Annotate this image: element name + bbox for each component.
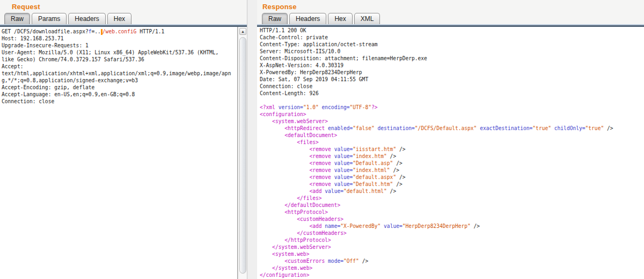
- code-segment: </defaultDocument>: [260, 202, 340, 208]
- code-line: Content-Length: 926: [260, 90, 644, 97]
- code-segment: "Default.asp": [353, 160, 393, 166]
- code-segment: Connection: close: [260, 83, 312, 89]
- code-line: Server: Microsoft-IIS/10.0: [260, 48, 644, 55]
- request-editor[interactable]: GET /DCFS/downloadfile.aspx?f=../web.con…: [0, 27, 238, 279]
- code-line: <httpProtocol>: [260, 209, 644, 216]
- code-line: Accept:: [2, 63, 237, 70]
- tab-params[interactable]: Params: [32, 13, 67, 24]
- code-segment: HTTP/1.1: [136, 28, 164, 34]
- code-segment: <configuration>: [260, 111, 306, 117]
- code-line: <remove value="default.aspx" />: [260, 174, 644, 181]
- code-line: Upgrade-Insecure-Requests: 1: [2, 42, 237, 49]
- code-segment: </httpProtocol>: [260, 237, 331, 243]
- code-line: <customErrors mode="Off" />: [260, 257, 644, 264]
- code-line: <remove value="Default.asp" />: [260, 160, 644, 167]
- code-segment: />: [396, 174, 405, 180]
- code-segment: enabled=: [328, 125, 353, 131]
- code-line: <?xml version="1.0" encoding="UTF-8"?>: [260, 104, 644, 111]
- code-segment: <files>: [260, 139, 319, 145]
- code-segment: HTTP/1.1 200 OK: [260, 27, 306, 33]
- code-segment: Host: 192.168.253.71: [2, 35, 64, 41]
- tab-raw[interactable]: Raw: [262, 13, 288, 24]
- code-segment: value=: [334, 146, 353, 152]
- code-segment: destination=: [378, 125, 415, 131]
- code-line: <customHeaders>: [260, 216, 644, 223]
- code-line: </files>: [260, 195, 644, 202]
- code-segment: "X-PoweredBy": [340, 223, 380, 229]
- code-segment: <remove: [260, 146, 331, 152]
- code-line: g,*/*;q=0.8,application/signed-exchange;…: [2, 77, 237, 84]
- code-segment: "false": [353, 125, 374, 131]
- code-segment: />: [393, 160, 402, 166]
- request-scrollbar[interactable]: ▲: [238, 27, 247, 279]
- code-segment: Upgrade-Insecure-Requests: 1: [2, 42, 89, 48]
- code-segment: <system.webServer>: [260, 118, 328, 124]
- code-segment: "iisstart.htm": [353, 146, 396, 152]
- code-segment: "UTF-8": [350, 104, 371, 110]
- code-line: <remove value="index.htm" />: [260, 153, 644, 160]
- code-line: <add name="X-PoweredBy" value="HerpDerp8…: [260, 223, 644, 230]
- code-line: <remove value="index.html" />: [260, 167, 644, 174]
- code-line: Accept-Encoding: gzip, deflate: [2, 84, 237, 91]
- tab-hex[interactable]: Hex: [328, 13, 352, 24]
- code-segment: version=: [279, 104, 303, 110]
- code-line: HTTP/1.1 200 OK: [260, 27, 644, 34]
- scroll-up-button[interactable]: ▲: [239, 28, 246, 35]
- code-segment: <remove: [260, 181, 331, 187]
- code-line: Date: Sat, 07 Sep 2019 04:11:55 GMT: [260, 76, 644, 83]
- code-segment: X-AspNet-Version: 4.0.30319: [260, 62, 343, 68]
- code-segment: <customErrors: [260, 258, 325, 264]
- response-viewer[interactable]: HTTP/1.1 200 OKCache-Control: privateCon…: [257, 27, 644, 279]
- code-line: Connection: close: [260, 83, 644, 90]
- code-segment: <?xml: [260, 104, 279, 110]
- code-segment: "default.html": [343, 188, 387, 194]
- code-segment: value=: [334, 167, 353, 173]
- code-line: Accept-Language: en-US,en;q=0.9,en-GB;q=…: [2, 91, 237, 98]
- request-tabs: RawParamsHeadersHex: [0, 13, 247, 24]
- response-panel-title: Response: [257, 0, 644, 13]
- code-line: text/html,application/xhtml+xml,applicat…: [2, 70, 237, 77]
- code-segment: mode=: [328, 258, 343, 264]
- code-segment: <customHeaders>: [260, 216, 343, 222]
- code-segment: "HerpDerp8234DerpHerp": [402, 223, 471, 229]
- scroll-up-icon: ▲: [241, 30, 245, 33]
- code-line: GET /DCFS/downloadfile.aspx?f=../web.con…: [2, 28, 237, 35]
- scrollbar-thumb[interactable]: [239, 37, 246, 274]
- code-line: </customHeaders>: [260, 230, 644, 237]
- code-segment: Date: Sat, 07 Sep 2019 04:11:55 GMT: [260, 76, 368, 82]
- code-segment: /web.confiG: [103, 28, 137, 34]
- code-segment: "index.html": [353, 167, 390, 173]
- code-segment: </customHeaders>: [260, 230, 347, 236]
- code-segment: />: [359, 258, 368, 264]
- tab-raw[interactable]: Raw: [4, 13, 30, 24]
- request-panel: Request RawParamsHeadersHex GET /DCFS/do…: [0, 0, 247, 279]
- code-line: User-Agent: Mozilla/5.0 (X11; Linux x86_…: [2, 49, 237, 56]
- code-segment: <httpProtocol>: [260, 209, 328, 215]
- code-line: [260, 97, 644, 104]
- code-line: like Gecko) Chrome/74.0.3729.157 Safari/…: [2, 56, 237, 63]
- code-segment: />: [387, 188, 396, 194]
- code-line: <files>: [260, 139, 644, 146]
- code-segment: />: [604, 125, 613, 131]
- code-line: X-AspNet-Version: 4.0.30319: [260, 62, 644, 69]
- code-segment: User-Agent: Mozilla/5.0 (X11; Linux x86_…: [2, 49, 218, 55]
- code-segment: Server: Microsoft-IIS/10.0: [260, 48, 340, 54]
- code-segment: "true": [532, 125, 551, 131]
- code-segment: Accept-Language: en-US,en;q=0.9,en-GB;q=…: [2, 91, 135, 97]
- code-segment: </files>: [260, 195, 322, 201]
- code-line: Connection: close: [2, 98, 237, 105]
- code-segment: value=: [334, 153, 353, 159]
- tab-headers[interactable]: Headers: [68, 13, 105, 24]
- code-segment: =..: [92, 28, 101, 34]
- request-panel-title: Request: [0, 0, 247, 13]
- code-line: </system.web>: [260, 264, 644, 271]
- tab-headers[interactable]: Headers: [289, 13, 326, 24]
- code-line: Content-Disposition: attachment; filenam…: [260, 55, 644, 62]
- tab-xml[interactable]: XML: [354, 13, 380, 24]
- code-segment: "Default.htm": [353, 181, 393, 187]
- code-line: <system.webServer>: [260, 118, 644, 125]
- tab-hex[interactable]: Hex: [107, 13, 131, 24]
- code-line: <remove value="Default.htm" />: [260, 181, 644, 188]
- code-segment: name=: [325, 223, 340, 229]
- code-segment: ?>: [371, 104, 378, 110]
